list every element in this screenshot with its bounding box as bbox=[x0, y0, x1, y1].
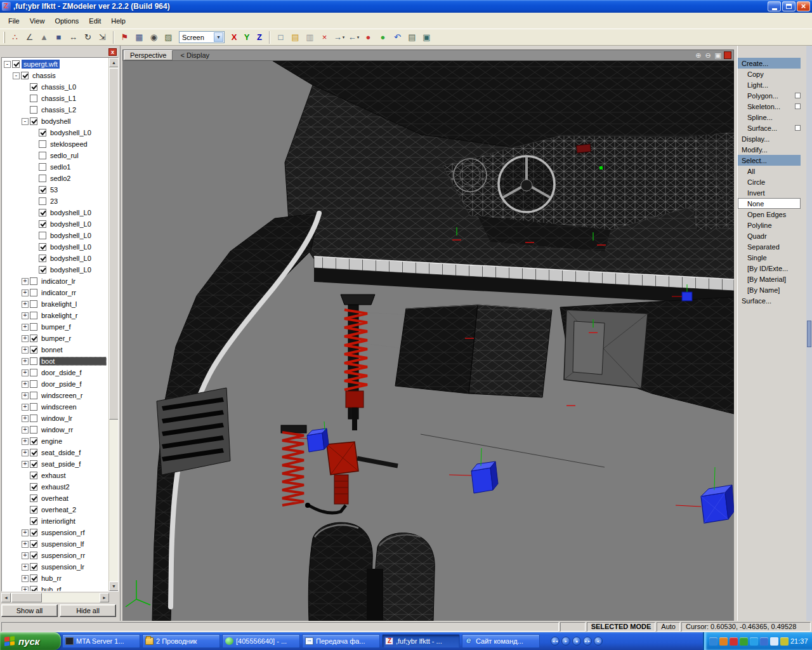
tree-item-windscreen_r[interactable]: +windscreen_r bbox=[2, 390, 108, 401]
axis-y-button[interactable]: Y bbox=[240, 31, 253, 44]
expand-icon[interactable]: + bbox=[22, 335, 29, 342]
expand-icon[interactable]: + bbox=[22, 415, 29, 422]
scroll-right-icon[interactable]: ► bbox=[100, 593, 109, 602]
volume-icon[interactable] bbox=[770, 637, 778, 646]
command-surface[interactable]: Surface... bbox=[738, 295, 801, 306]
visibility-checkbox[interactable] bbox=[30, 494, 37, 502]
screen-combobox[interactable]: Screen ▼ bbox=[179, 31, 225, 43]
visibility-checkbox[interactable] bbox=[30, 83, 37, 91]
tree-item-engine[interactable]: +engine bbox=[2, 435, 108, 447]
tree-item-bumper_f[interactable]: +bumper_f bbox=[2, 321, 108, 333]
tree-item-bumper_r[interactable]: +bumper_r bbox=[2, 333, 108, 344]
collapse-icon[interactable]: - bbox=[22, 118, 29, 125]
menu-options[interactable]: Options bbox=[49, 15, 84, 27]
expand-icon[interactable]: + bbox=[22, 347, 29, 354]
visibility-checkbox[interactable] bbox=[39, 255, 46, 262]
command-by-id-exte[interactable]: [By ID/Exte... bbox=[738, 263, 801, 274]
tree-item-23[interactable]: 23 bbox=[2, 196, 108, 207]
notes-icon[interactable]: ▤ bbox=[405, 30, 419, 44]
minimize-button[interactable] bbox=[768, 1, 781, 11]
command-select[interactable]: Select... bbox=[738, 155, 801, 166]
visibility-checkbox[interactable] bbox=[30, 403, 37, 411]
tree-item-brakelight_r[interactable]: +brakelight_r bbox=[2, 310, 108, 321]
command-polygon[interactable]: Polygon... bbox=[738, 90, 801, 101]
tree-item-indicator_lr[interactable]: +indicator_lr bbox=[2, 275, 108, 287]
panel-close-icon[interactable]: x bbox=[108, 48, 117, 56]
close-button[interactable]: × bbox=[797, 1, 810, 11]
edge-mode-icon[interactable]: ∠ bbox=[22, 30, 37, 44]
tree-item-bodyshell[interactable]: -bodyshell bbox=[2, 116, 108, 127]
rotate-tool-icon[interactable]: ↻ bbox=[81, 30, 95, 44]
visibility-checkbox[interactable] bbox=[30, 289, 37, 296]
taskbar-task-4[interactable]: Передача фа... bbox=[302, 634, 380, 648]
command-separated[interactable]: Separated bbox=[738, 241, 801, 252]
expand-icon[interactable]: + bbox=[22, 278, 29, 285]
taskbar-task-5[interactable]: ,fuf;ybr lfktt - ... bbox=[382, 634, 460, 648]
visibility-checkbox[interactable] bbox=[39, 140, 46, 148]
expand-icon[interactable]: + bbox=[22, 392, 29, 399]
media-volume-button[interactable]: ◄) bbox=[594, 637, 603, 646]
visibility-checkbox[interactable] bbox=[39, 266, 46, 274]
command-display[interactable]: Display... bbox=[738, 133, 801, 144]
tree-item-bonnet[interactable]: +bonnet bbox=[2, 344, 108, 355]
visibility-checkbox[interactable] bbox=[30, 323, 37, 331]
media-prev-button[interactable]: ◄◄ bbox=[551, 637, 560, 646]
visibility-checkbox[interactable] bbox=[30, 472, 37, 479]
menu-edit[interactable]: Edit bbox=[84, 15, 106, 27]
expand-icon[interactable]: + bbox=[22, 301, 29, 308]
scale-tool-icon[interactable]: ⇲ bbox=[95, 30, 110, 44]
command-create[interactable]: Create... bbox=[738, 58, 801, 69]
visibility-checkbox[interactable] bbox=[30, 449, 37, 456]
tree-item-bodyshell_L0[interactable]: bodyshell_L0 bbox=[2, 230, 108, 241]
command-circle[interactable]: Circle bbox=[738, 176, 801, 187]
tree-item-chassis_L1[interactable]: chassis_L1 bbox=[2, 93, 108, 104]
visibility-checkbox[interactable] bbox=[30, 346, 37, 354]
tree-item-brakelight_l[interactable]: +brakelight_l bbox=[2, 298, 108, 310]
media-player-icon[interactable] bbox=[719, 637, 728, 646]
tree-item-chassis[interactable]: -chassis bbox=[2, 70, 108, 81]
tree-item-bodyshell_L0[interactable]: bodyshell_L0 bbox=[2, 207, 108, 218]
expand-icon[interactable]: + bbox=[22, 289, 29, 296]
menu-file[interactable]: File bbox=[3, 15, 25, 27]
hide-all-button[interactable]: Hide all bbox=[60, 604, 116, 617]
visibility-checkbox[interactable] bbox=[39, 129, 46, 136]
command-polyline[interactable]: Polyline bbox=[738, 220, 801, 230]
tree-vertical-scrollbar[interactable]: ▲ ▼ bbox=[108, 58, 118, 591]
tree-item-seat_pside_f[interactable]: +seat_pside_f bbox=[2, 458, 108, 470]
visibility-checkbox[interactable] bbox=[39, 163, 46, 171]
expand-icon[interactable]: + bbox=[22, 438, 29, 445]
material-editor-icon[interactable]: ● bbox=[361, 30, 376, 44]
object-mode-icon[interactable]: ■ bbox=[51, 30, 66, 44]
export-icon[interactable]: →▾ bbox=[332, 30, 346, 44]
visibility-checkbox[interactable] bbox=[12, 60, 20, 68]
messenger-icon[interactable] bbox=[750, 637, 758, 646]
vertex-mode-icon[interactable]: ∴ bbox=[8, 30, 22, 44]
tree-item-bodyshell_L0[interactable]: bodyshell_L0 bbox=[2, 241, 108, 253]
tree-item-bodyshell_L0[interactable]: bodyshell_L0 bbox=[2, 127, 108, 138]
export-icon-dropdown[interactable]: ▾ bbox=[343, 35, 345, 40]
taskbar-task-2[interactable]: 2 Проводник bbox=[142, 634, 220, 648]
visibility-checkbox[interactable] bbox=[30, 106, 37, 114]
zoom-in-icon[interactable]: ⊕ bbox=[695, 52, 701, 59]
expand-icon[interactable]: + bbox=[22, 358, 29, 365]
scroll-thumb[interactable] bbox=[807, 321, 811, 347]
tree-item-suspension_lf[interactable]: +suspension_lf bbox=[2, 538, 108, 550]
visibility-checkbox[interactable] bbox=[30, 335, 37, 342]
tree-item-door_dside_f[interactable]: +door_dside_f bbox=[2, 367, 108, 378]
tree-item-overheat_2[interactable]: overheat_2 bbox=[2, 504, 108, 515]
screen-views-icon[interactable]: ▦ bbox=[132, 30, 147, 44]
tree-item-bodyshell_L0[interactable]: bodyshell_L0 bbox=[2, 264, 108, 275]
taskbar-task-3[interactable]: [405556640] - ... bbox=[222, 634, 300, 648]
command-modify[interactable]: Modify... bbox=[738, 144, 801, 155]
tree-item-seat_dside_f[interactable]: +seat_dside_f bbox=[2, 447, 108, 458]
tree-item-sedlo_rul[interactable]: sedlo_rul bbox=[2, 150, 108, 161]
camera-view-icon[interactable]: ◉ bbox=[147, 30, 161, 44]
save-file-icon[interactable]: ▥ bbox=[303, 30, 317, 44]
visibility-checkbox[interactable] bbox=[30, 460, 37, 468]
expand-icon[interactable]: + bbox=[22, 564, 29, 571]
show-all-button[interactable]: Show all bbox=[1, 604, 58, 617]
tree-item-chassis_L0[interactable]: chassis_L0 bbox=[2, 81, 108, 93]
visibility-checkbox[interactable] bbox=[30, 483, 37, 491]
command-checkbox[interactable] bbox=[795, 103, 801, 109]
tree-item-sedlo2[interactable]: sedlo2 bbox=[2, 173, 108, 184]
